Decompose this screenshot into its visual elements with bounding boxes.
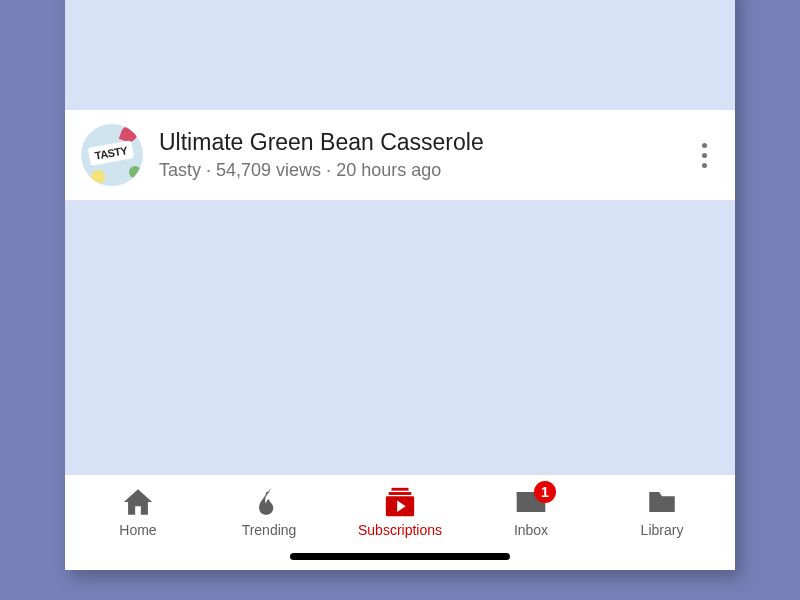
nav-home[interactable]: Home (83, 485, 193, 538)
avatar-decoration (129, 166, 141, 178)
svg-rect-0 (392, 488, 409, 491)
nav-label: Library (641, 522, 684, 538)
flame-icon (252, 485, 286, 519)
subscriptions-icon (383, 485, 417, 519)
bottom-navigation-wrap: Home Trending Subscriptions (65, 475, 735, 570)
bottom-navigation: Home Trending Subscriptions (65, 475, 735, 544)
nav-label: Home (119, 522, 156, 538)
home-icon (121, 485, 155, 519)
feed-placeholder-bottom (65, 200, 735, 475)
video-list-item[interactable]: TASTY Ultimate Green Bean Casserole Tast… (65, 110, 735, 200)
more-options-button[interactable] (689, 135, 719, 176)
nav-subscriptions[interactable]: Subscriptions (345, 485, 455, 538)
channel-avatar[interactable]: TASTY (81, 124, 143, 186)
svg-rect-1 (389, 492, 412, 495)
more-vertical-icon (702, 163, 707, 168)
video-info: Ultimate Green Bean Casserole Tasty · 54… (159, 129, 673, 182)
app-frame: TASTY Ultimate Green Bean Casserole Tast… (65, 0, 735, 570)
video-meta: Tasty · 54,709 views · 20 hours ago (159, 160, 673, 181)
inbox-badge: 1 (534, 481, 556, 503)
video-title: Ultimate Green Bean Casserole (159, 129, 673, 157)
more-vertical-icon (702, 143, 707, 148)
meta-separator: · (201, 160, 216, 180)
channel-avatar-text: TASTY (88, 140, 134, 165)
nav-label: Subscriptions (358, 522, 442, 538)
nav-library[interactable]: Library (607, 485, 717, 538)
video-view-count: 54,709 views (216, 160, 321, 180)
meta-separator: · (321, 160, 336, 180)
folder-icon (645, 485, 679, 519)
nav-trending[interactable]: Trending (214, 485, 324, 538)
content-area: TASTY Ultimate Green Bean Casserole Tast… (65, 0, 735, 475)
video-channel-name: Tasty (159, 160, 201, 180)
nav-inbox[interactable]: 1 Inbox (476, 485, 586, 538)
nav-label: Trending (242, 522, 297, 538)
feed-placeholder-top (65, 0, 735, 110)
home-indicator[interactable] (290, 553, 510, 560)
nav-label: Inbox (514, 522, 548, 538)
avatar-decoration (91, 170, 105, 184)
video-age: 20 hours ago (336, 160, 441, 180)
more-vertical-icon (702, 153, 707, 158)
